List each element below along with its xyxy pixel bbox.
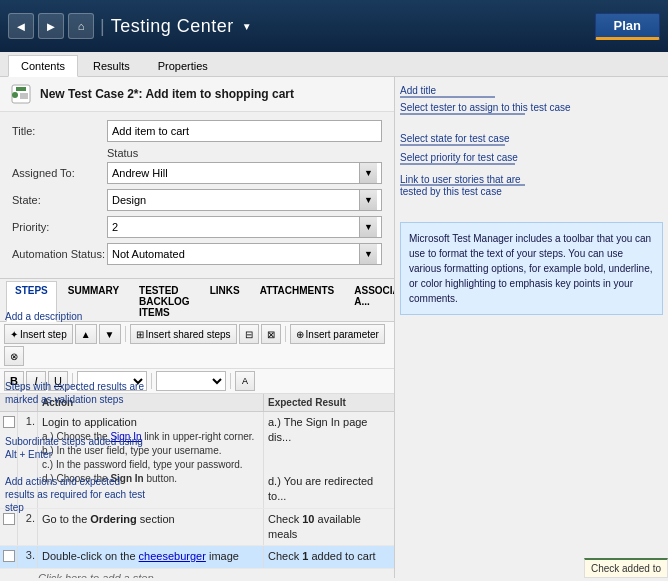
callout-add-title: Add title bbox=[400, 85, 437, 96]
automation-row: Automation Status: Not Automated ▼ bbox=[12, 243, 382, 265]
step2-attach bbox=[0, 509, 18, 546]
svg-point-2 bbox=[12, 92, 18, 98]
assigned-dropdown[interactable]: ▼ bbox=[359, 163, 377, 183]
forward-button[interactable]: ► bbox=[38, 13, 64, 39]
priority-select[interactable]: 2 ▼ bbox=[107, 216, 382, 238]
back-button[interactable]: ◄ bbox=[8, 13, 34, 39]
step2-action[interactable]: Go to the Ordering section bbox=[38, 509, 264, 546]
info-box: Microsoft Test Manager includes a toolba… bbox=[400, 222, 663, 315]
step2-num: 2. bbox=[18, 509, 38, 546]
step1-result-a: a.) The Sign In page dis... bbox=[268, 415, 390, 446]
main-tabs: Contents Results Properties bbox=[0, 52, 668, 77]
priority-label: Priority: bbox=[12, 221, 107, 233]
annotation-add-actions: Add actions and expected results as requ… bbox=[5, 475, 150, 514]
automation-label: Automation Status: bbox=[12, 248, 107, 260]
right-panel: Microsoft Test Manager includes a toolba… bbox=[395, 77, 668, 578]
annotation-subordinate: Subordinate steps added using Alt + Ente… bbox=[5, 435, 150, 461]
automation-value: Not Automated bbox=[112, 248, 185, 260]
title-label: Title: bbox=[12, 125, 107, 137]
automation-select[interactable]: Not Automated ▼ bbox=[107, 243, 382, 265]
state-value: Design bbox=[112, 194, 146, 206]
toolbar-sep-1 bbox=[125, 326, 126, 342]
tab-results[interactable]: Results bbox=[80, 55, 143, 76]
priority-dropdown[interactable]: ▼ bbox=[359, 217, 377, 237]
bottom-bar-text: Check added to bbox=[591, 563, 661, 574]
automation-dropdown[interactable]: ▼ bbox=[359, 244, 377, 264]
shared-btn2[interactable]: ⊟ bbox=[239, 324, 259, 344]
step3-action[interactable]: Double-click on the cheeseburger image bbox=[38, 546, 264, 567]
callout-select-priority: Select priority for test case bbox=[400, 152, 518, 163]
title-row: Title: bbox=[12, 120, 382, 142]
title-input[interactable] bbox=[107, 120, 382, 142]
result-header: Expected Result bbox=[264, 394, 394, 411]
shared-btn3[interactable]: ⊠ bbox=[261, 324, 281, 344]
step3-num: 3. bbox=[18, 546, 38, 567]
step1-result-d: d.) You are redirected to... bbox=[268, 474, 390, 505]
insert-step-button[interactable]: ✦ Insert step bbox=[4, 324, 73, 344]
svg-marker-1 bbox=[16, 87, 26, 91]
status-label: Status bbox=[12, 147, 382, 159]
insert-param-button[interactable]: ⊕ Insert parameter bbox=[290, 324, 385, 344]
case-title: New Test Case 2*: Add item to shopping c… bbox=[40, 87, 294, 101]
step1-attach-icon bbox=[3, 416, 15, 428]
step3-result: Check 1 added to cart bbox=[264, 546, 394, 567]
form-area: Title: Status Assigned To: Andrew Hill ▼… bbox=[0, 112, 394, 278]
callout-link-stories-2: tested by this test case bbox=[400, 186, 502, 197]
tab-contents[interactable]: Contents bbox=[8, 55, 78, 77]
tab-properties[interactable]: Properties bbox=[145, 55, 221, 76]
steps-tab-attachments[interactable]: ATTACHMENTS bbox=[251, 281, 344, 321]
state-dropdown[interactable]: ▼ bbox=[359, 190, 377, 210]
param-icon: ⊕ bbox=[296, 329, 304, 340]
format-sep3 bbox=[230, 373, 231, 389]
ordering-bold: Ordering bbox=[90, 513, 136, 525]
step1-main-action: Login to application bbox=[42, 415, 259, 430]
step3-attach-icon bbox=[3, 550, 15, 562]
insert-step-icon: ✦ bbox=[10, 329, 18, 340]
step1-result: a.) The Sign In page dis... d.) You are … bbox=[264, 412, 394, 508]
color-button[interactable]: A bbox=[235, 371, 255, 391]
step-row-2: 2. Go to the Ordering section Check 10 a… bbox=[0, 509, 394, 547]
priority-value: 2 bbox=[112, 221, 118, 233]
title-dropdown[interactable]: ▼ bbox=[242, 21, 252, 32]
step2-result: Check 10 available meals bbox=[264, 509, 394, 546]
plan-button[interactable]: Plan bbox=[595, 13, 660, 40]
assigned-label: Assigned To: bbox=[12, 167, 107, 179]
steps-tab-associated[interactable]: ASSOCIATED A... bbox=[345, 281, 395, 321]
case-header: New Test Case 2*: Add item to shopping c… bbox=[0, 77, 394, 112]
step2-bold-num: 10 bbox=[302, 513, 314, 525]
state-label: State: bbox=[12, 194, 107, 206]
state-select[interactable]: Design ▼ bbox=[107, 189, 382, 211]
insert-shared-button[interactable]: ⊞ Insert shared steps bbox=[130, 324, 237, 344]
assigned-value: Andrew Hill bbox=[112, 167, 168, 179]
home-button[interactable]: ⌂ bbox=[68, 13, 94, 39]
state-row: State: Design ▼ bbox=[12, 189, 382, 211]
move-down-button[interactable]: ▼ bbox=[99, 324, 121, 344]
annotation-validation: Steps with expected results are marked a… bbox=[5, 380, 150, 406]
size-select[interactable] bbox=[156, 371, 226, 391]
add-step-label: Click here to add a step bbox=[38, 572, 154, 578]
app-title: Testing Center bbox=[111, 16, 234, 37]
steps-section: STEPS SUMMARY TESTED BACKLOG ITEMS LINKS… bbox=[0, 278, 394, 578]
assigned-select[interactable]: Andrew Hill ▼ bbox=[107, 162, 382, 184]
step3-bold-num: 1 bbox=[302, 550, 308, 562]
param-btn2[interactable]: ⊗ bbox=[4, 346, 24, 366]
format-sep2 bbox=[151, 373, 152, 389]
info-box-text: Microsoft Test Manager includes a toolba… bbox=[409, 233, 652, 304]
priority-row: Priority: 2 ▼ bbox=[12, 216, 382, 238]
move-up-button[interactable]: ▲ bbox=[75, 324, 97, 344]
callout-link-stories-1: Link to user stories that are bbox=[400, 174, 521, 185]
app-header: ◄ ► ⌂ | Testing Center ▼ Plan bbox=[0, 0, 668, 52]
bottom-bar: Check added to bbox=[584, 558, 668, 578]
annotation-description: Add a description bbox=[5, 310, 145, 323]
callout-svg: Add title Select tester to assign to thi… bbox=[395, 77, 668, 578]
shared-icon: ⊞ bbox=[136, 329, 144, 340]
add-step-row[interactable]: Click here to add a step bbox=[0, 569, 394, 578]
assigned-row: Assigned To: Andrew Hill ▼ bbox=[12, 162, 382, 184]
steps-tab-links[interactable]: LINKS bbox=[201, 281, 249, 321]
header-separator: | bbox=[100, 16, 105, 37]
callout-select-state: Select state for test case bbox=[400, 133, 510, 144]
cheeseburger-link[interactable]: cheeseburger bbox=[139, 550, 206, 562]
toolbar-sep-2 bbox=[285, 326, 286, 342]
steps-toolbar-1: ✦ Insert step ▲ ▼ ⊞ Insert shared steps … bbox=[0, 322, 394, 369]
step3-attach bbox=[0, 546, 18, 567]
